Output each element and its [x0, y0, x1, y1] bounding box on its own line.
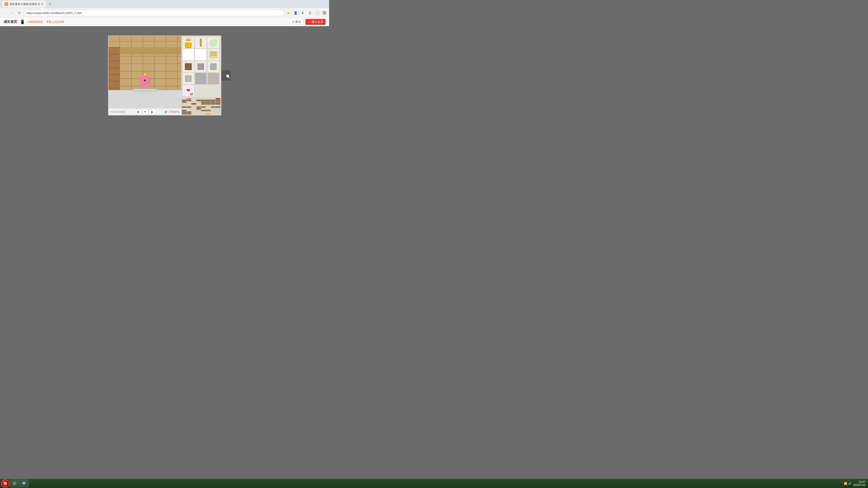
donate-button[interactable]: DONATE	[169, 110, 179, 113]
inventory-slot-wood[interactable]	[182, 61, 194, 72]
inventory-slot-stat1	[195, 73, 207, 85]
inventory-slot-stone1[interactable]	[195, 61, 207, 72]
character	[139, 75, 151, 89]
map-cell	[182, 103, 186, 104]
left-arrow-icon: ◀	[137, 110, 139, 113]
collections-button[interactable]: ☰	[307, 10, 313, 16]
map-cell-wall	[206, 100, 211, 101]
fullscreen-label: 退出全屏	[311, 20, 323, 24]
inventory-slot-scroll[interactable]	[208, 49, 219, 61]
download-button[interactable]: ⬇	[300, 10, 306, 16]
nav-right-buttons: ⭐ 👤 ⬇ ☰ 🕐	[285, 10, 327, 16]
active-tab[interactable]: 4 成长迷宫小游戏,在线玩.4 ✕	[2, 1, 46, 7]
map-cell	[191, 108, 196, 109]
control-down-button[interactable]: ▼	[142, 109, 148, 114]
map-cell-wall	[201, 100, 206, 101]
stone1-item	[197, 64, 204, 70]
game-right-controls: 🔊 DONATE	[164, 110, 179, 113]
inventory-slot-stone2[interactable]	[208, 61, 219, 72]
inventory-slot-empty2[interactable]	[195, 49, 207, 61]
replay-icon: ↺	[292, 20, 294, 24]
right-panel: ❤ 10	[181, 36, 221, 115]
map-cell-wall	[211, 101, 215, 103]
menu-button[interactable]	[321, 10, 327, 16]
map-cell-wall	[191, 103, 196, 104]
inventory-slot-heart[interactable]: ❤ 10	[182, 85, 194, 96]
map-cell	[201, 98, 206, 99]
game-bottom-bar: ©EYEZMAZE ◀ ▼ ▶	[108, 108, 181, 115]
map-cell-wall	[211, 100, 215, 101]
map-cell	[206, 113, 211, 115]
address-bar[interactable]: https://www.4399.com/flash/112625_2.htm	[24, 10, 284, 16]
map-cell	[187, 110, 191, 111]
map-grid	[182, 98, 221, 115]
page-content: ©EYEZMAZE ◀ ▼ ▶	[0, 26, 329, 184]
map-cell	[211, 108, 215, 109]
hint-panel[interactable]: 游戏玩法 ◀	[221, 70, 231, 80]
map-cell	[191, 113, 196, 115]
mobile-link[interactable]: 4399游戏盒，手机上玩4399	[28, 20, 64, 24]
control-left-button[interactable]: ◀	[135, 109, 141, 114]
map-cell	[191, 106, 196, 108]
extensions-button[interactable]: ⭐	[285, 10, 291, 16]
map-cell	[182, 98, 186, 99]
game-controls: ◀ ▼ ▶	[135, 109, 156, 114]
map-cell	[187, 101, 191, 103]
new-tab-button[interactable]: +	[47, 1, 53, 7]
map-cell-wall	[187, 100, 191, 101]
reload-button[interactable]: ↻	[16, 10, 23, 16]
map-cell	[191, 100, 196, 101]
map-cell	[191, 105, 196, 106]
control-right-button[interactable]: ▶	[149, 109, 156, 114]
tab-title: 成长迷宫小游戏,在线玩.4	[9, 2, 39, 6]
character-body	[139, 75, 151, 88]
map-cell-wall	[201, 103, 206, 104]
map-cell-red	[216, 98, 220, 99]
map-cell-wall	[201, 106, 206, 108]
bucket-body	[185, 43, 191, 48]
inventory-slot-bucket[interactable]	[182, 37, 194, 48]
game-container[interactable]: ©EYEZMAZE ◀ ▼ ▶	[108, 35, 221, 116]
map-cell	[182, 105, 186, 106]
game-viewport[interactable]	[108, 36, 181, 108]
history-button[interactable]: 🕐	[314, 10, 320, 16]
sound-icon[interactable]: 🔊	[164, 110, 168, 113]
map-cell	[206, 108, 211, 109]
inventory-slot-stone3[interactable]	[182, 73, 194, 85]
replay-label: 重玩	[295, 20, 301, 24]
plate	[139, 92, 151, 94]
map-cell-wall	[182, 110, 186, 111]
forward-button[interactable]: →	[9, 10, 16, 16]
map-cell	[201, 113, 206, 115]
map-cell-wall	[206, 103, 211, 104]
leaf-item	[209, 38, 218, 47]
right-arrow-icon: ▶	[151, 110, 153, 113]
nav-bar: ← → ↻ https://www.4399.com/flash/112625_…	[0, 8, 329, 18]
site-toolbar: 成长迷宫 📱 4399游戏盒，手机上玩4399 ↺ 重玩 ⛶ 退出全屏	[0, 18, 329, 26]
map-cell-wall	[182, 106, 186, 108]
stone3-item	[185, 75, 191, 82]
map-cell	[191, 101, 196, 103]
inventory-slot-leaf[interactable]	[208, 37, 219, 48]
tab-bar: 4 成长迷宫小游戏,在线玩.4 ✕ +	[0, 0, 329, 8]
browser-chrome: 4 成长迷宫小游戏,在线玩.4 ✕ + ← → ↻ https://www.43…	[0, 0, 329, 18]
back-button[interactable]: ←	[2, 10, 8, 16]
map-cell	[211, 113, 215, 115]
map-cell	[216, 105, 220, 106]
inventory-slot-empty1[interactable]	[182, 49, 194, 61]
inventory-slot-stick[interactable]	[195, 37, 207, 48]
map-cell	[196, 103, 201, 104]
down-arrow-icon: ▼	[144, 110, 147, 113]
heart-count: 10	[190, 93, 193, 96]
inventory-grid: ❤ 10	[182, 36, 221, 97]
hint-arrow-icon: ◀	[226, 74, 230, 78]
tab-close-button[interactable]: ✕	[41, 2, 43, 6]
replay-button[interactable]: ↺ 重玩	[289, 19, 304, 25]
profile-button[interactable]: 👤	[292, 10, 298, 16]
map-cell-wall	[196, 100, 201, 101]
map-cell-wall	[196, 108, 201, 109]
map-cell	[211, 111, 215, 113]
fullscreen-button[interactable]: ⛶ 退出全屏	[305, 19, 326, 25]
map-cell-wall	[211, 106, 215, 108]
map-cell	[201, 105, 206, 106]
